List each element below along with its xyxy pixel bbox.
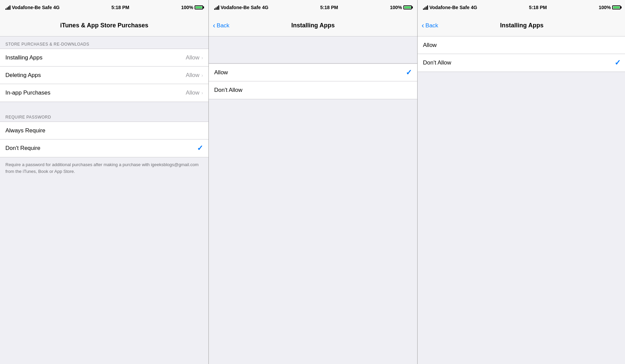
installing-apps-chevron-icon: ›	[201, 55, 203, 60]
status-bar-2: Vodafone-Be Safe 4G 5:18 PM 100%	[209, 0, 417, 15]
installing-apps-row[interactable]: Installing Apps Allow ›	[0, 49, 208, 67]
allow-row-2[interactable]: Allow ✓	[209, 64, 417, 81]
status-right-3: 100%	[599, 5, 621, 10]
network-label-1: 4G	[53, 5, 60, 10]
dont-allow-row-2[interactable]: Don't Allow	[209, 81, 417, 99]
page-title-1: iTunes & App Store Purchases	[60, 22, 148, 29]
dont-allow-checkmark-icon-3: ✓	[615, 58, 621, 67]
dont-require-label: Don't Require	[5, 145, 40, 152]
inapp-purchases-right: Allow ›	[186, 89, 203, 96]
password-footer: Require a password for additional purcha…	[0, 157, 208, 179]
store-purchases-group: Installing Apps Allow › Deleting Apps Al…	[0, 49, 208, 102]
signal-bar-2-1	[214, 8, 215, 10]
deleting-apps-chevron-icon: ›	[201, 73, 203, 78]
signal-bar-2-2	[216, 7, 217, 10]
signal-bars-2	[214, 5, 219, 10]
back-chevron-icon-2: ‹	[213, 22, 215, 29]
status-bar-3: Vodafone-Be Safe 4G 5:18 PM 100%	[418, 0, 625, 15]
dont-require-row[interactable]: Don't Require ✓	[0, 139, 208, 157]
signal-bar-3-2	[424, 7, 425, 10]
installing-apps-right: Allow ›	[186, 54, 203, 61]
battery-fill-3	[613, 6, 620, 8]
settings-content-1: STORE PURCHASES & RE-DOWNLOADS Installin…	[0, 36, 208, 364]
always-require-row[interactable]: Always Require	[0, 122, 208, 139]
network-label-3: 4G	[471, 5, 477, 10]
gray-top-2	[209, 36, 417, 63]
dont-allow-label-2: Don't Allow	[214, 87, 243, 94]
panel-1: Vodafone-Be Safe 4G 5:18 PM 100% iTunes …	[0, 0, 208, 364]
deleting-apps-row[interactable]: Deleting Apps Allow ›	[0, 67, 208, 84]
signal-bar-1	[5, 8, 6, 10]
allow-label-3: Allow	[423, 42, 437, 49]
signal-bar-3-3	[426, 6, 427, 10]
options-group-2: Allow ✓ Don't Allow	[209, 63, 417, 99]
battery-percent-1: 100%	[181, 5, 193, 10]
always-require-label: Always Require	[5, 127, 45, 134]
password-group: Always Require Don't Require ✓	[0, 122, 208, 157]
back-label-2: Back	[217, 22, 229, 29]
time-label-2: 5:18 PM	[320, 5, 338, 10]
status-right-2: 100%	[390, 5, 412, 10]
signal-bar-2	[7, 7, 8, 10]
dont-require-checkmark-icon: ✓	[197, 144, 203, 153]
signal-bar-4	[9, 5, 10, 10]
inapp-purchases-label: In-app Purchases	[5, 89, 50, 96]
nav-bar-1: iTunes & App Store Purchases	[0, 15, 208, 36]
dont-allow-label-3: Don't Allow	[423, 59, 451, 66]
allow-checkmark-icon-2: ✓	[406, 68, 412, 77]
battery-icon-3	[612, 5, 621, 9]
options-group-3: Allow Don't Allow ✓	[418, 36, 625, 72]
nav-bar-3: ‹ Back Installing Apps	[418, 15, 625, 36]
page-title-2: Installing Apps	[291, 22, 334, 29]
dont-allow-row-3[interactable]: Don't Allow ✓	[418, 54, 625, 72]
deleting-apps-label: Deleting Apps	[5, 72, 41, 79]
deleting-apps-right: Allow ›	[186, 72, 203, 79]
signal-bars-1	[5, 5, 10, 10]
section-header-store: STORE PURCHASES & RE-DOWNLOADS	[0, 36, 208, 49]
panel-2: Vodafone-Be Safe 4G 5:18 PM 100% ‹ Back …	[209, 0, 417, 364]
status-right-1: 100%	[181, 5, 203, 10]
back-chevron-icon-3: ‹	[422, 22, 424, 29]
status-bar-1: Vodafone-Be Safe 4G 5:18 PM 100%	[0, 0, 208, 15]
nav-bar-2: ‹ Back Installing Apps	[209, 15, 417, 36]
deleting-apps-value: Allow	[186, 72, 200, 79]
battery-icon-1	[195, 5, 203, 9]
time-label-3: 5:18 PM	[529, 5, 547, 10]
carrier-label-3: Vodafone-Be Safe	[429, 5, 470, 10]
battery-icon-2	[403, 5, 412, 9]
page-title-3: Installing Apps	[500, 22, 543, 29]
gray-bottom-3	[418, 72, 625, 364]
battery-fill-2	[404, 6, 411, 8]
status-left-1: Vodafone-Be Safe 4G	[5, 5, 59, 10]
inapp-purchases-value: Allow	[186, 89, 200, 96]
signal-bar-2-3	[217, 6, 218, 10]
inapp-purchases-row[interactable]: In-app Purchases Allow ›	[0, 84, 208, 102]
signal-bar-2-4	[218, 5, 219, 10]
network-label-2: 4G	[262, 5, 269, 10]
allow-label-2: Allow	[214, 69, 228, 76]
signal-bar-3-1	[423, 8, 424, 10]
gray-bottom-2	[209, 99, 417, 364]
back-button-3[interactable]: ‹ Back	[422, 22, 438, 29]
section-header-password: REQUIRE PASSWORD	[0, 109, 208, 122]
battery-percent-3: 100%	[599, 5, 611, 10]
allow-row-3[interactable]: Allow	[418, 36, 625, 54]
back-label-3: Back	[425, 22, 438, 29]
signal-bar-3-4	[427, 5, 428, 10]
back-button-2[interactable]: ‹ Back	[213, 22, 229, 29]
panel-3: Vodafone-Be Safe 4G 5:18 PM 100% ‹ Back …	[418, 0, 625, 364]
carrier-label-1: Vodafone-Be Safe	[12, 5, 52, 10]
inapp-purchases-chevron-icon: ›	[201, 90, 203, 96]
status-left-3: Vodafone-Be Safe 4G	[423, 5, 477, 10]
installing-apps-value: Allow	[186, 54, 200, 61]
status-left-2: Vodafone-Be Safe 4G	[214, 5, 268, 10]
battery-percent-2: 100%	[390, 5, 402, 10]
signal-bars-3	[423, 5, 428, 10]
installing-apps-label: Installing Apps	[5, 54, 43, 61]
signal-bar-3	[8, 6, 9, 10]
carrier-label-2: Vodafone-Be Safe	[221, 5, 261, 10]
battery-fill-1	[196, 6, 202, 8]
time-label-1: 5:18 PM	[111, 5, 129, 10]
